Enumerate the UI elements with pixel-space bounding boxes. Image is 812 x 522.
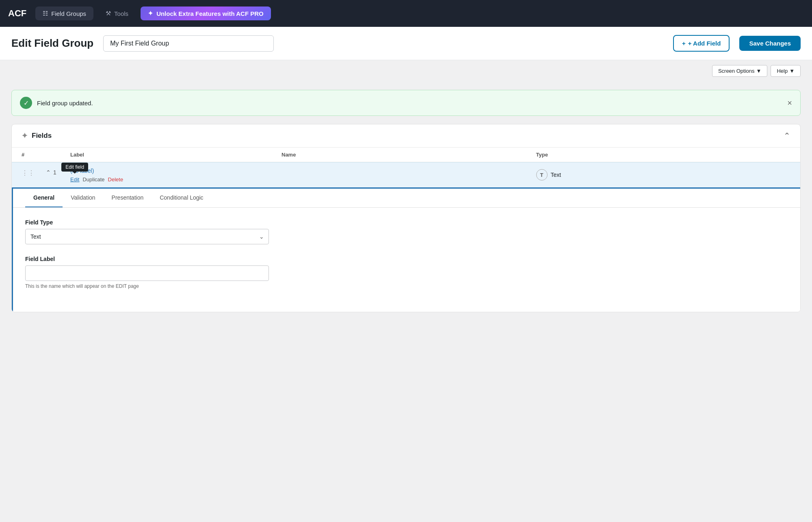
nav-field-groups-button[interactable]: ☷ Field Groups bbox=[35, 7, 93, 20]
fields-table-header: # Label Name Type bbox=[12, 148, 800, 162]
field-label-field: Field Label This is the name which will … bbox=[25, 256, 269, 289]
field-type-label: Field Type bbox=[25, 219, 269, 226]
top-nav: ACF ☷ Field Groups ⚒ Tools ✦ Unlock Extr… bbox=[0, 0, 812, 27]
type-col: T Text bbox=[536, 167, 791, 181]
tools-icon: ⚒ bbox=[106, 10, 111, 17]
action-delete[interactable]: Delete bbox=[108, 176, 123, 183]
content: ✓ Field group updated. × ✦ Fields ⌃ # La… bbox=[0, 82, 812, 320]
notification-left: ✓ Field group updated. bbox=[20, 97, 93, 109]
field-actions: Edit field Edit Duplicate Delete bbox=[70, 176, 281, 183]
plus-icon: + bbox=[682, 40, 686, 47]
collapse-button[interactable]: ⌃ bbox=[784, 131, 790, 141]
field-type-field: Field Type Text ⌄ bbox=[25, 219, 269, 244]
chevron-down-icon-help: ▼ bbox=[789, 68, 795, 74]
col-label: Label bbox=[70, 152, 281, 158]
tooltip-wrapper: Edit field Edit bbox=[70, 176, 79, 183]
success-icon: ✓ bbox=[20, 97, 32, 109]
edit-panel-body: Field Type Text ⌄ Field Label This is th… bbox=[13, 208, 800, 312]
notification-banner: ✓ Field group updated. × bbox=[11, 90, 801, 116]
type-icon: T bbox=[536, 169, 548, 181]
edit-panel: General Validation Presentation Conditio… bbox=[12, 187, 800, 312]
nav-pro-button[interactable]: ✦ Unlock Extra Features with ACF PRO bbox=[141, 7, 271, 20]
row-number: 1 bbox=[53, 169, 56, 176]
chevron-down-icon: ▼ bbox=[756, 68, 762, 74]
drag-handle[interactable]: ⋮⋮ bbox=[22, 167, 46, 177]
tab-general[interactable]: General bbox=[25, 189, 63, 207]
field-label-input[interactable] bbox=[25, 265, 269, 281]
list-icon: ☷ bbox=[43, 10, 48, 17]
fields-icon: ✦ bbox=[22, 131, 28, 140]
fields-panel: ✦ Fields ⌃ # Label Name Type ⋮⋮ ⌃ 1 (no … bbox=[11, 124, 801, 312]
nav-tools-button[interactable]: ⚒ Tools bbox=[98, 7, 136, 20]
tab-conditional-logic[interactable]: Conditional Logic bbox=[152, 189, 211, 207]
tab-presentation[interactable]: Presentation bbox=[104, 189, 152, 207]
star-icon: ✦ bbox=[148, 10, 153, 17]
type-label: Text bbox=[551, 172, 561, 178]
chevron-up-button[interactable]: ⌃ bbox=[46, 169, 51, 176]
save-changes-button[interactable]: Save Changes bbox=[739, 36, 801, 51]
fields-panel-header: ✦ Fields ⌃ bbox=[12, 124, 800, 148]
col-name: Name bbox=[281, 152, 536, 158]
page-header: Edit Field Group + + Add Field Save Chan… bbox=[0, 27, 812, 60]
help-button[interactable]: Help ▼ bbox=[771, 65, 801, 77]
field-label-col: (no label) Edit field Edit Duplicate Del… bbox=[70, 167, 281, 183]
action-edit[interactable]: Edit bbox=[70, 176, 79, 183]
field-label: (no label) bbox=[70, 167, 281, 174]
field-group-name-input[interactable] bbox=[103, 35, 274, 52]
edit-panel-tabs: General Validation Presentation Conditio… bbox=[13, 189, 800, 208]
col-type: Type bbox=[536, 152, 791, 158]
fields-panel-title: ✦ Fields bbox=[22, 131, 52, 140]
col-hash: # bbox=[22, 152, 46, 158]
page-title: Edit Field Group bbox=[11, 37, 93, 50]
field-type-select[interactable]: Text bbox=[25, 229, 269, 244]
acf-logo: ACF bbox=[8, 8, 26, 19]
action-duplicate[interactable]: Duplicate bbox=[82, 176, 104, 183]
tab-validation[interactable]: Validation bbox=[63, 189, 103, 207]
field-label-label: Field Label bbox=[25, 256, 269, 262]
notification-message: Field group updated. bbox=[37, 100, 93, 107]
notification-close-button[interactable]: × bbox=[787, 98, 792, 108]
field-type-select-wrapper: Text ⌄ bbox=[25, 229, 269, 244]
col-empty bbox=[46, 152, 70, 158]
table-row: ⋮⋮ ⌃ 1 (no label) Edit field Edit Duplic… bbox=[12, 162, 800, 187]
field-label-hint: This is the name which will appear on th… bbox=[25, 283, 269, 289]
edit-field-tooltip: Edit field bbox=[61, 163, 88, 172]
screen-options-button[interactable]: Screen Options ▼ bbox=[712, 65, 767, 77]
subheader: Screen Options ▼ Help ▼ bbox=[0, 60, 812, 82]
add-field-button[interactable]: + + Add Field bbox=[673, 35, 730, 52]
